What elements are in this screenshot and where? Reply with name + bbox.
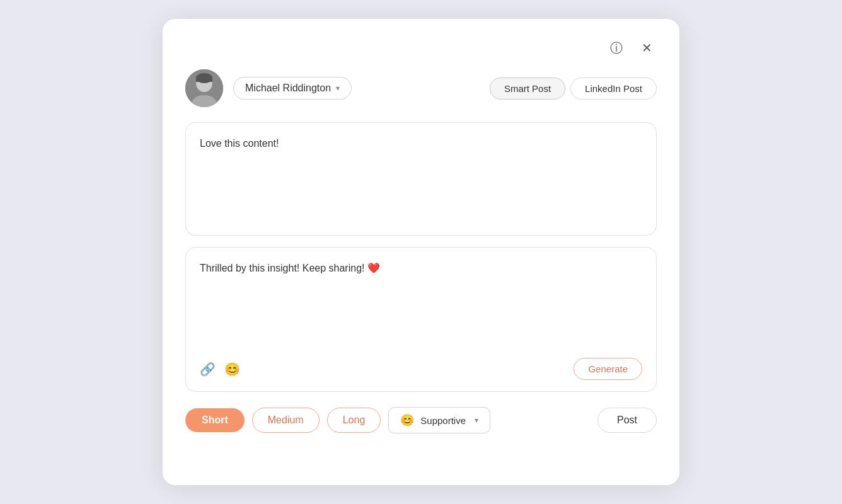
textbox-icons: 🔗 😊 bbox=[200, 362, 240, 377]
bottom-bar: Short Medium Long 😊 Supportive ▾ Post bbox=[185, 407, 657, 433]
post-button[interactable]: Post bbox=[597, 408, 657, 433]
emoji-picker-icon: 😊 bbox=[224, 362, 240, 377]
second-textbox-footer: 🔗 😊 Generate bbox=[200, 358, 642, 380]
profile-left: Michael Riddington ▾ bbox=[185, 69, 352, 107]
emoji-button[interactable]: 😊 bbox=[224, 362, 240, 377]
linkedin-post-button[interactable]: LinkedIn Post bbox=[570, 77, 657, 100]
short-button[interactable]: Short bbox=[185, 408, 245, 432]
generate-button[interactable]: Generate bbox=[574, 358, 642, 380]
medium-button[interactable]: Medium bbox=[252, 408, 320, 433]
first-text-box: Love this content! bbox=[185, 122, 657, 236]
tone-dropdown[interactable]: 😊 Supportive ▾ bbox=[388, 407, 490, 433]
long-button[interactable]: Long bbox=[327, 408, 381, 433]
tone-emoji: 😊 bbox=[400, 413, 414, 427]
svg-rect-4 bbox=[196, 77, 212, 82]
smart-post-button[interactable]: Smart Post bbox=[490, 77, 565, 100]
user-name: Michael Riddington bbox=[245, 83, 331, 94]
second-text-box[interactable]: Thrilled by this insight! Keep sharing! … bbox=[185, 247, 657, 392]
user-dropdown[interactable]: Michael Riddington ▾ bbox=[233, 77, 352, 100]
close-button[interactable]: ✕ bbox=[637, 38, 657, 58]
avatar bbox=[185, 69, 223, 107]
paperclip-icon: 🔗 bbox=[200, 362, 216, 377]
profile-row: Michael Riddington ▾ Smart Post LinkedIn… bbox=[185, 69, 657, 107]
first-text-content: Love this content! bbox=[200, 135, 642, 152]
second-text-content: Thrilled by this insight! Keep sharing! … bbox=[200, 260, 642, 277]
tone-chevron-icon: ▾ bbox=[475, 416, 478, 425]
attachment-button[interactable]: 🔗 bbox=[200, 362, 216, 377]
info-button[interactable]: ⓘ bbox=[606, 38, 626, 58]
post-type-row: Smart Post LinkedIn Post bbox=[490, 77, 657, 100]
modal-header-icons: ⓘ ✕ bbox=[185, 38, 657, 58]
close-icon: ✕ bbox=[642, 40, 652, 55]
chevron-down-icon: ▾ bbox=[336, 84, 340, 93]
tone-label: Supportive bbox=[420, 415, 466, 426]
info-icon: ⓘ bbox=[610, 40, 623, 57]
main-modal: ⓘ ✕ Michael Riddington bbox=[163, 19, 679, 485]
